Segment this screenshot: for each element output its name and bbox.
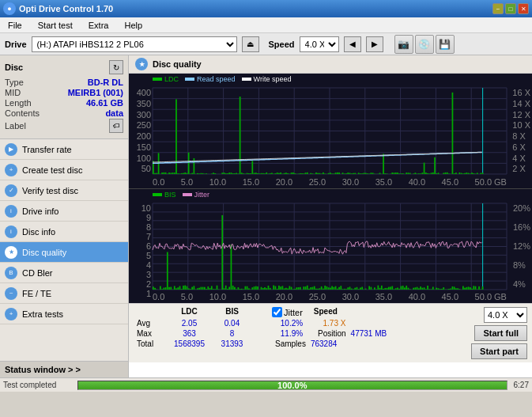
nav-verify-test-disc[interactable]: ✓ Verify test disc bbox=[0, 180, 128, 201]
disc-refresh-button[interactable]: ↻ bbox=[109, 60, 123, 74]
test-completed-label: Test completed bbox=[3, 381, 74, 389]
disc-label-label: Label bbox=[5, 121, 26, 131]
nav-cd-bler-label: CD Bler bbox=[22, 268, 53, 278]
status-time: 6:27 bbox=[514, 381, 529, 389]
stats-col-empty bbox=[137, 307, 164, 317]
maximize-button[interactable]: □ bbox=[505, 3, 516, 14]
legend-read-speed-color bbox=[185, 78, 194, 81]
nav-extra-tests[interactable]: + Extra tests bbox=[0, 304, 128, 324]
nav-transfer-rate-icon: ▶ bbox=[5, 143, 17, 156]
nav-fe-te[interactable]: ~ FE / TE bbox=[0, 283, 128, 304]
disc-mid-value: MEIRB1 (001) bbox=[68, 88, 123, 97]
charts-container: LDC Read speed Write speed 400 350 30 bbox=[129, 74, 532, 303]
nav-drive-info-label: Drive info bbox=[22, 207, 58, 216]
disc-length-value: 46.61 GB bbox=[86, 98, 123, 108]
progress-bar-container: Test completed 100.0% 6:27 bbox=[0, 377, 532, 392]
nav-transfer-rate-label: Transfer rate bbox=[22, 145, 72, 154]
drive-label: Drive bbox=[5, 40, 27, 49]
speed-right-button[interactable]: ▶ bbox=[366, 36, 383, 52]
stats-speed-avg: 1.73 X bbox=[315, 319, 354, 328]
disc-length-label: Length bbox=[5, 98, 32, 108]
stats-bis-total: 31393 bbox=[214, 339, 250, 348]
legend-jitter-label: Jitter bbox=[194, 191, 210, 199]
legend-jitter-color bbox=[183, 193, 192, 196]
nav-drive-info[interactable]: i Drive info bbox=[0, 201, 128, 222]
nav-transfer-rate[interactable]: ▶ Transfer rate bbox=[0, 139, 128, 160]
stats-label-max: Max bbox=[137, 329, 164, 338]
eject-button[interactable]: ⏏ bbox=[242, 36, 259, 52]
legend-bis-color bbox=[153, 193, 162, 196]
stats-jitter-avg: 10.2% bbox=[272, 319, 311, 328]
disc-quality-header: ★ Disc quality bbox=[129, 55, 532, 74]
disc-quality-title: Disc quality bbox=[153, 59, 202, 69]
stats-area: LDC BIS Jitter Speed Avg 2.05 0.04 10.2% bbox=[129, 303, 532, 362]
jitter-checkbox-area: Jitter bbox=[272, 307, 303, 317]
top-chart-canvas bbox=[129, 74, 532, 188]
legend-jitter: Jitter bbox=[183, 191, 210, 199]
toolbar-icon-1[interactable]: 📷 bbox=[394, 35, 413, 54]
disc-title: Disc bbox=[5, 63, 23, 72]
nav-disc-info-icon: i bbox=[5, 226, 17, 238]
window-title: Opti Drive Control 1.70 bbox=[19, 4, 113, 13]
speed-select[interactable]: 4.0 X bbox=[300, 36, 339, 52]
menu-bar: File Start test Extra Help bbox=[0, 17, 532, 33]
nav-create-icon: + bbox=[5, 164, 17, 176]
speed-left-button[interactable]: ◀ bbox=[344, 36, 361, 52]
stats-ldc-max: 363 bbox=[168, 329, 211, 338]
nav-extra-tests-label: Extra tests bbox=[22, 309, 63, 319]
nav-cd-bler-icon: B bbox=[5, 267, 17, 279]
drive-select[interactable]: (H:) ATAPI iHBS112 2 PL06 bbox=[32, 36, 237, 52]
nav-disc-quality-label: Disc quality bbox=[22, 248, 66, 257]
disc-label-icon[interactable]: 🏷 bbox=[109, 119, 123, 133]
start-full-button[interactable]: Start full bbox=[474, 325, 527, 341]
chart-bottom: BIS Jitter 10 9 8 7 6 5 4 3 bbox=[129, 189, 532, 304]
stats-col-ldc: LDC bbox=[168, 307, 211, 317]
stats-jitter-max: 11.9% bbox=[272, 329, 311, 338]
toolbar-icon-2[interactable]: 💿 bbox=[415, 35, 434, 54]
bottom-chart-canvas bbox=[129, 189, 532, 304]
menu-file[interactable]: File bbox=[3, 19, 27, 32]
close-button[interactable]: ✕ bbox=[518, 3, 529, 14]
stats-col-bis: BIS bbox=[214, 307, 250, 317]
speed-right-select[interactable]: 4.0 X bbox=[484, 307, 527, 323]
stats-position-value: 47731 MB bbox=[351, 329, 387, 338]
nav-cd-bler[interactable]: B CD Bler bbox=[0, 263, 128, 283]
drive-bar: Drive (H:) ATAPI iHBS112 2 PL06 ⏏ Speed … bbox=[0, 33, 532, 55]
progress-percent: 100.0% bbox=[277, 381, 307, 390]
nav-disc-info[interactable]: i Disc info bbox=[0, 222, 128, 242]
legend-write-speed-label: Write speed bbox=[254, 75, 292, 83]
stats-label-total: Total bbox=[137, 339, 164, 348]
legend-bis-label: BIS bbox=[164, 191, 176, 199]
disc-mid-label: MID bbox=[5, 88, 21, 97]
chart-top: LDC Read speed Write speed 400 350 30 bbox=[129, 74, 532, 189]
stats-bis-max: 8 bbox=[214, 329, 250, 338]
title-bar: ● Opti Drive Control 1.70 − □ ✕ bbox=[0, 0, 532, 17]
start-part-button[interactable]: Start part bbox=[471, 343, 527, 359]
speed-label: Speed bbox=[269, 40, 295, 49]
legend-ldc-label: LDC bbox=[164, 75, 179, 83]
minimize-button[interactable]: − bbox=[492, 3, 504, 14]
jitter-checkbox[interactable] bbox=[272, 307, 282, 317]
disc-quality-icon: ★ bbox=[135, 58, 148, 70]
legend-bis: BIS bbox=[153, 191, 176, 199]
app-icon: ● bbox=[3, 2, 16, 15]
content-area: ★ Disc quality LDC Read speed bbox=[129, 55, 532, 377]
disc-contents-value: data bbox=[105, 108, 123, 118]
nav-disc-quality[interactable]: ★ Disc quality bbox=[0, 242, 128, 263]
menu-start-test[interactable]: Start test bbox=[33, 19, 77, 32]
legend-read-speed: Read speed bbox=[185, 75, 236, 83]
nav-fe-te-icon: ~ bbox=[5, 287, 17, 300]
nav-disc-info-label: Disc info bbox=[22, 227, 55, 237]
nav-create-label: Create test disc bbox=[22, 165, 82, 175]
stats-col-gap bbox=[253, 307, 269, 317]
jitter-checkbox-label: Jitter bbox=[284, 308, 303, 317]
disc-section: Disc ↻ Type BD-R DL MID MEIRB1 (001) Len… bbox=[0, 55, 128, 139]
progress-track: 100.0% bbox=[77, 381, 507, 390]
nav-create-test-disc[interactable]: + Create test disc bbox=[0, 160, 128, 180]
menu-extra[interactable]: Extra bbox=[84, 19, 114, 32]
menu-help[interactable]: Help bbox=[119, 19, 147, 32]
nav-fe-te-label: FE / TE bbox=[22, 289, 51, 298]
status-window-button[interactable]: Status window > > bbox=[0, 361, 128, 377]
progress-fill: 100.0% bbox=[78, 381, 507, 389]
toolbar-icon-3[interactable]: 💾 bbox=[436, 35, 455, 54]
